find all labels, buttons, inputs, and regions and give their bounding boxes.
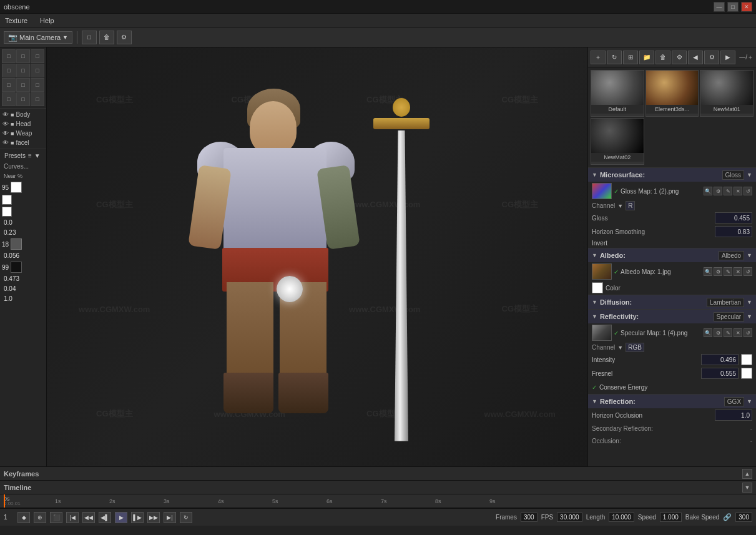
swatch-white-3[interactable]: [2, 207, 12, 217]
left-icon-7[interactable]: □: [2, 78, 16, 92]
reflectivity-header[interactable]: ▼ Reflectivity: Specular ▼: [588, 310, 756, 323]
transport-go-start-btn[interactable]: |◀: [66, 512, 79, 523]
left-icon-5[interactable]: □: [16, 64, 30, 77]
transport-fwd-btn[interactable]: ▌▶: [131, 512, 144, 523]
rt-refresh-btn[interactable]: ↻: [607, 51, 622, 64]
left-icon-6[interactable]: □: [31, 64, 44, 77]
diffusion-mode[interactable]: Lambertian: [707, 298, 744, 307]
gloss-settings-btn[interactable]: ⚙: [714, 187, 722, 195]
reflection-header[interactable]: ▼ Reflection: GGX ▼: [588, 395, 756, 408]
horizon-smoothing-label: Horizon Smoothing: [592, 228, 712, 235]
transport-record-btn[interactable]: ⬛: [50, 512, 62, 523]
layer-head[interactable]: 👁 ■ Head: [0, 119, 46, 129]
minimize-button[interactable]: —: [714, 2, 725, 12]
albedo-mode[interactable]: Albedo: [719, 251, 744, 260]
mat-newmat02[interactable]: NewMat02: [591, 118, 644, 165]
bake-speed-value[interactable]: 300: [735, 513, 752, 522]
albedo-header[interactable]: ▼ Albedo: Albedo ▼: [588, 248, 756, 262]
rt-prev-btn[interactable]: ◀: [688, 51, 703, 64]
intensity-input[interactable]: [701, 354, 739, 365]
albedo-search-btn[interactable]: 🔍: [704, 267, 712, 276]
swatch-dark[interactable]: [11, 262, 22, 273]
albedo-clear-btn[interactable]: ✕: [734, 267, 742, 276]
swatch-gray[interactable]: [11, 238, 22, 250]
close-button[interactable]: ✕: [741, 2, 752, 12]
transport-back-btn[interactable]: ◀▌: [99, 512, 111, 523]
horizon-smoothing-input[interactable]: [715, 226, 752, 237]
main-toolbar: 📷 Main Camera ▼ □ 🗑 ⚙: [0, 27, 756, 47]
albedo-color-swatch[interactable]: [592, 282, 603, 293]
fresnel-input[interactable]: [701, 368, 739, 379]
toolbar-settings-btn[interactable]: ⚙: [117, 31, 132, 44]
length-value[interactable]: 10.000: [609, 513, 634, 522]
layer-body[interactable]: 👁 ■ Body: [0, 110, 46, 119]
layer-weap[interactable]: 👁 ■ Weap: [0, 129, 46, 138]
gloss-input[interactable]: [715, 212, 752, 223]
transport-keyframe-btn[interactable]: ◆: [17, 512, 30, 523]
albedo-reload-btn[interactable]: ↺: [744, 267, 752, 276]
left-icon-1[interactable]: □: [2, 49, 16, 63]
gloss-clear-btn[interactable]: ✕: [734, 187, 742, 195]
rt-delete-btn[interactable]: 🗑: [655, 51, 670, 64]
rt-config-btn[interactable]: ⚙: [704, 51, 719, 64]
swatch-white-2[interactable]: [2, 195, 12, 205]
specular-clear-btn[interactable]: ✕: [734, 328, 742, 337]
left-icon-12[interactable]: □: [31, 92, 44, 106]
camera-selector[interactable]: 📷 Main Camera ▼: [4, 31, 72, 44]
albedo-edit-btn[interactable]: ✎: [724, 267, 732, 276]
gloss-reload-btn[interactable]: ↺: [744, 187, 752, 195]
specular-channel-value: RGB: [628, 344, 642, 351]
layer-body-eye: 👁: [2, 111, 9, 118]
transport-go-end-btn[interactable]: ▶|: [164, 512, 176, 523]
left-icon-9[interactable]: □: [31, 78, 44, 92]
microsurface-header[interactable]: ▼ Microsurface: Gloss ▼: [588, 168, 756, 182]
specular-channel-dropdown[interactable]: RGB: [626, 343, 644, 352]
horizon-occlusion-input[interactable]: [715, 410, 752, 421]
rt-grid-btn[interactable]: ⊞: [623, 51, 638, 64]
mat-default[interactable]: Default: [591, 70, 644, 117]
toolbar-add-btn[interactable]: □: [82, 31, 97, 44]
rt-folder-btn[interactable]: 📁: [639, 51, 654, 64]
left-icon-3[interactable]: □: [31, 49, 44, 63]
speed-value[interactable]: 1.000: [660, 513, 682, 522]
microsurface-mode[interactable]: Gloss: [722, 170, 745, 180]
toolbar-delete-btn[interactable]: 🗑: [99, 31, 114, 44]
fps-value[interactable]: 30.000: [557, 513, 582, 522]
transport-step-fwd-btn[interactable]: ▶▶: [147, 512, 160, 523]
swatch-white-1[interactable]: [11, 182, 22, 193]
albedo-settings-btn[interactable]: ⚙: [714, 267, 722, 276]
left-icon-4[interactable]: □: [2, 64, 16, 77]
rt-settings-btn[interactable]: ⚙: [672, 51, 687, 64]
gloss-edit-btn[interactable]: ✎: [724, 187, 732, 195]
diffusion-header[interactable]: ▼ Diffusion: Lambertian ▼: [588, 295, 756, 309]
reflectivity-mode[interactable]: Specular: [714, 312, 744, 321]
specular-edit-btn[interactable]: ✎: [724, 328, 732, 337]
left-icon-10[interactable]: □: [2, 92, 16, 106]
mat-element3ds[interactable]: Element3ds...: [646, 70, 699, 117]
transport-options-btn[interactable]: ⊕: [34, 512, 46, 523]
rt-next-btn[interactable]: ▶: [720, 51, 735, 64]
specular-settings-btn[interactable]: ⚙: [714, 328, 722, 337]
fresnel-color-swatch[interactable]: [741, 368, 752, 379]
transport-loop-btn[interactable]: ↻: [180, 512, 192, 523]
maximize-button[interactable]: □: [727, 2, 739, 12]
layer-facel[interactable]: 👁 ■ facel: [0, 138, 46, 147]
gloss-channel-dropdown[interactable]: R: [626, 201, 635, 210]
intensity-color-swatch[interactable]: [741, 354, 752, 365]
keyframes-expand-btn[interactable]: ▲: [742, 469, 752, 479]
left-icon-2[interactable]: □: [16, 49, 30, 63]
transport-play-btn[interactable]: ▶: [115, 512, 127, 523]
specular-reload-btn[interactable]: ↺: [744, 328, 752, 337]
transport-step-back-btn[interactable]: ◀◀: [82, 512, 95, 523]
reflection-mode[interactable]: GGX: [724, 397, 744, 406]
mat-newmat01[interactable]: NewMat01: [700, 70, 754, 117]
left-icon-11[interactable]: □: [16, 92, 30, 106]
timeline-expand-btn[interactable]: ▼: [742, 483, 752, 493]
menu-texture[interactable]: Texture: [2, 16, 30, 26]
specular-search-btn[interactable]: 🔍: [704, 328, 712, 337]
menu-help[interactable]: Help: [37, 16, 57, 26]
rt-add-btn[interactable]: ＋: [591, 51, 606, 64]
frames-value[interactable]: 300: [521, 513, 538, 522]
left-icon-8[interactable]: □: [16, 78, 30, 92]
gloss-search-btn[interactable]: 🔍: [704, 187, 712, 195]
